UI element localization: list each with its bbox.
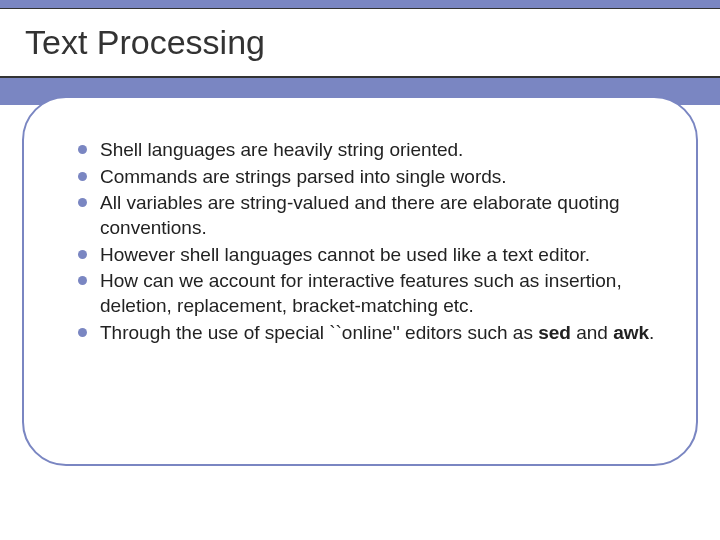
bullet-text-suffix: . xyxy=(649,322,654,343)
bullet-text: However shell languages cannot be used l… xyxy=(100,244,590,265)
bullet-text: Commands are strings parsed into single … xyxy=(100,166,507,187)
bullet-text-prefix: Through the use of special ``online'' ed… xyxy=(100,322,538,343)
content-panel: Shell languages are heavily string orien… xyxy=(22,96,698,466)
list-item: All variables are string-valued and ther… xyxy=(74,191,656,240)
bullet-list: Shell languages are heavily string orien… xyxy=(74,138,656,346)
list-item: However shell languages cannot be used l… xyxy=(74,243,656,268)
bullet-text: Shell languages are heavily string orien… xyxy=(100,139,463,160)
list-item: Shell languages are heavily string orien… xyxy=(74,138,656,163)
list-item: Through the use of special ``online'' ed… xyxy=(74,321,656,346)
bullet-text: All variables are string-valued and ther… xyxy=(100,192,620,238)
bullet-text: How can we account for interactive featu… xyxy=(100,270,622,316)
bullet-text-bold: sed xyxy=(538,322,571,343)
bullet-text-bold: awk xyxy=(613,322,649,343)
title-bar: Text Processing xyxy=(0,8,720,78)
list-item: How can we account for interactive featu… xyxy=(74,269,656,318)
list-item: Commands are strings parsed into single … xyxy=(74,165,656,190)
slide: Text Processing Shell languages are heav… xyxy=(0,0,720,540)
bullet-text-mid: and xyxy=(571,322,613,343)
slide-title: Text Processing xyxy=(25,23,265,62)
